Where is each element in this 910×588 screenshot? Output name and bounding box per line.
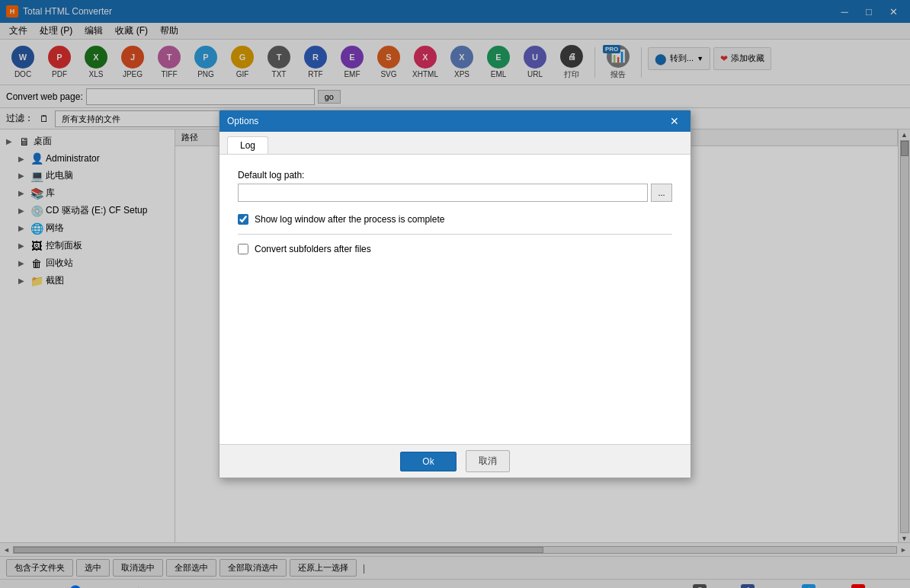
dialog-tabs: Log bbox=[219, 132, 691, 155]
cancel-button[interactable]: 取消 bbox=[466, 450, 510, 472]
dialog-overlay: Options ✕ Log Default log path: ... Show… bbox=[0, 0, 910, 588]
log-path-label: Default log path: bbox=[238, 170, 672, 181]
browse-button[interactable]: ... bbox=[651, 184, 672, 202]
dialog-title: Options bbox=[227, 116, 258, 126]
log-path-group: Default log path: ... bbox=[238, 170, 672, 202]
subfolders-label: Convert subfolders after files bbox=[255, 244, 371, 254]
dialog-content: Default log path: ... Show log window af… bbox=[219, 155, 691, 444]
options-dialog: Options ✕ Log Default log path: ... Show… bbox=[219, 110, 691, 478]
path-input-row: ... bbox=[238, 184, 672, 202]
tab-log[interactable]: Log bbox=[227, 136, 268, 154]
subfolders-row: Convert subfolders after files bbox=[238, 244, 672, 254]
divider bbox=[238, 234, 672, 235]
show-log-label: Show log window after the process is com… bbox=[255, 214, 444, 225]
show-log-checkbox[interactable] bbox=[238, 214, 248, 225]
subfolders-checkbox[interactable] bbox=[238, 244, 248, 254]
dialog-close-button[interactable]: ✕ bbox=[666, 114, 683, 128]
log-path-input[interactable] bbox=[238, 184, 648, 202]
dialog-footer: Ok 取消 bbox=[219, 444, 691, 478]
ok-button[interactable]: Ok bbox=[400, 452, 456, 471]
show-log-row: Show log window after the process is com… bbox=[238, 214, 672, 225]
dialog-titlebar: Options ✕ bbox=[219, 110, 691, 132]
